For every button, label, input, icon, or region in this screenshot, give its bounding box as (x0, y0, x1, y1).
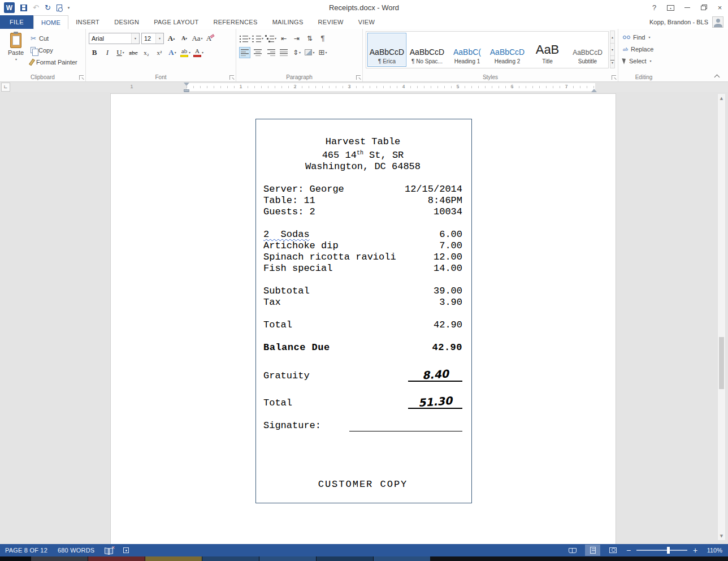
font-color-button[interactable]: A ▾ (193, 47, 204, 58)
scroll-down-icon[interactable]: ▼ (718, 532, 725, 540)
format-painter-button[interactable]: Format Painter (29, 56, 79, 68)
shrink-font-button[interactable]: A▾ (179, 33, 190, 44)
change-case-button[interactable]: Aa▾ (192, 33, 203, 44)
collapse-ribbon-icon[interactable] (714, 74, 719, 78)
help-button[interactable]: ? (646, 0, 662, 15)
taskbar-window[interactable] (259, 556, 316, 561)
tab-selector[interactable]: ∟ (1, 83, 10, 92)
clear-formatting-button[interactable]: A (205, 33, 216, 44)
account-avatar[interactable] (712, 16, 723, 28)
strikethrough-button[interactable]: abc (128, 47, 139, 58)
close-button[interactable]: × (712, 0, 728, 15)
taskbar-window[interactable] (374, 556, 430, 561)
sort-button[interactable]: ⇅ (304, 33, 315, 44)
ribbon-tab[interactable]: HOME (33, 15, 68, 29)
copy-button[interactable]: Copy (29, 44, 79, 56)
font-size-combo[interactable]: 12 ▾ (141, 33, 164, 44)
zoom-in-button[interactable]: + (692, 546, 698, 554)
font-family-combo[interactable]: Arial ▾ (89, 33, 140, 44)
find-button[interactable]: Find▾ (621, 31, 666, 43)
vertical-scrollbar[interactable]: ▲ ▼ (717, 93, 726, 541)
style-item[interactable]: AaB Title (528, 33, 567, 67)
select-button[interactable]: Select▾ (621, 55, 666, 67)
bullets-button[interactable]: ▾ (239, 33, 250, 44)
align-center-button[interactable] (252, 47, 263, 58)
cut-button[interactable]: ✂Cut (29, 32, 79, 44)
taskbar-window[interactable] (88, 556, 145, 561)
show-formatting-marks-button[interactable]: ¶ (317, 33, 328, 44)
zoom-slider[interactable] (636, 550, 687, 551)
style-item[interactable]: AaBbC( Heading 1 (448, 33, 487, 67)
zoom-slider-thumb[interactable] (667, 547, 670, 554)
taskbar-window[interactable] (31, 556, 88, 561)
ribbon-tab[interactable]: REVIEW (311, 15, 351, 29)
word-count-indicator[interactable]: 680 WORDS (58, 547, 94, 554)
zoom-level[interactable]: 110% (703, 547, 722, 554)
underline-button[interactable]: U▾ (115, 47, 126, 58)
bold-button[interactable]: B (89, 47, 100, 58)
right-indent-marker[interactable] (591, 86, 597, 92)
ribbon-display-options-button[interactable]: ▴ (662, 0, 679, 15)
page-indicator[interactable]: PAGE 8 OF 12 (5, 547, 47, 554)
left-indent-marker[interactable] (184, 89, 189, 92)
styles-gallery-more-icon[interactable]: ▾ (610, 55, 615, 68)
multilevel-list-button[interactable]: ▾ (265, 33, 276, 44)
ribbon-tab[interactable]: REFERENCES (206, 15, 265, 29)
superscript-button[interactable]: x² (154, 47, 165, 58)
proofing-errors-icon[interactable]: ✕ (105, 547, 113, 554)
account-area[interactable]: Kopp, Brandon - BLS (649, 15, 723, 29)
styles-scroll-up-icon[interactable]: ▴ (610, 31, 615, 44)
grow-font-button[interactable]: A▴ (166, 33, 177, 44)
taskbar-window[interactable] (317, 556, 373, 561)
read-mode-button[interactable] (565, 545, 580, 556)
minimize-button[interactable] (679, 0, 695, 15)
ribbon-tab[interactable]: PAGE LAYOUT (146, 15, 206, 29)
windows-taskbar[interactable] (0, 556, 728, 561)
print-preview-icon[interactable] (57, 5, 62, 11)
style-item[interactable]: AaBbCcD Heading 2 (488, 33, 527, 67)
scrollbar-thumb[interactable] (719, 337, 724, 389)
replace-button[interactable]: abReplace (621, 43, 666, 55)
line-spacing-button[interactable]: ⇕▾ (291, 47, 302, 58)
style-item[interactable]: AaBbCcD ¶ No Spac... (408, 33, 447, 67)
taskbar-start-area[interactable] (0, 556, 31, 561)
clipboard-dialog-launcher[interactable] (79, 75, 84, 80)
ribbon-tab[interactable]: MAILINGS (265, 15, 311, 29)
italic-button[interactable]: I (102, 47, 113, 58)
zoom-out-button[interactable]: − (626, 546, 631, 554)
justify-button[interactable] (278, 47, 289, 58)
numbering-button[interactable]: ▾ (252, 33, 263, 44)
font-family-caret-icon[interactable]: ▾ (131, 33, 139, 44)
scroll-up-icon[interactable]: ▲ (718, 94, 725, 102)
paste-button[interactable]: Paste ▾ (3, 31, 29, 72)
web-layout-button[interactable] (605, 545, 621, 556)
styles-dialog-launcher[interactable] (612, 75, 616, 80)
ribbon-tab[interactable]: INSERT (68, 15, 107, 29)
taskbar-window[interactable] (145, 556, 202, 561)
tab-file[interactable]: FILE (0, 15, 33, 29)
redo-icon[interactable]: ↻ (45, 4, 51, 11)
undo-icon[interactable]: ↶ (33, 4, 39, 11)
font-size-caret-icon[interactable]: ▾ (155, 33, 163, 44)
ribbon-tab[interactable]: VIEW (351, 15, 382, 29)
shading-button[interactable]: ▾ (304, 47, 315, 58)
text-effects-button[interactable]: A▾ (167, 47, 178, 58)
style-item[interactable]: AaBbCcD Subtitle (568, 33, 607, 67)
qat-customize-caret-icon[interactable]: ▾ (68, 6, 70, 10)
increase-indent-button[interactable]: ⇥ (291, 33, 302, 44)
styles-scroll-down-icon[interactable]: ▾ (610, 43, 615, 56)
style-item[interactable]: AaBbCcD ¶ Erica (367, 33, 406, 67)
macro-record-icon[interactable] (123, 547, 129, 553)
font-dialog-launcher[interactable] (229, 75, 234, 80)
align-left-button[interactable] (239, 47, 250, 58)
paragraph-dialog-launcher[interactable] (356, 75, 361, 80)
decrease-indent-button[interactable]: ⇤ (278, 33, 289, 44)
highlight-color-button[interactable]: ab ▾ (180, 47, 191, 58)
borders-button[interactable]: ⊞▾ (317, 47, 328, 58)
save-icon[interactable] (20, 5, 27, 11)
document-page[interactable]: Harvest Table 465 14th St, SR Washington… (110, 93, 616, 544)
ribbon-tab[interactable]: DESIGN (107, 15, 146, 29)
restore-button[interactable] (695, 0, 712, 15)
align-right-button[interactable] (265, 47, 276, 58)
print-layout-button[interactable] (585, 545, 600, 556)
